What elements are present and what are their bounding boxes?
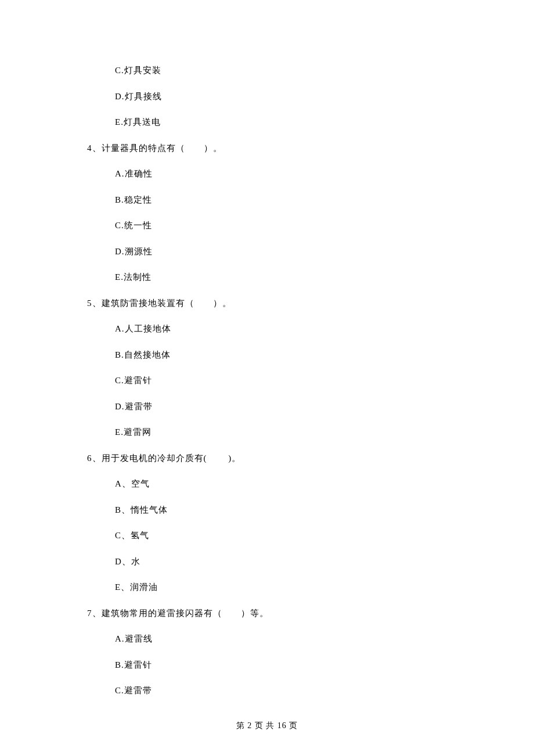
q5-option-d: D.避雷带 [87,400,447,413]
q5-option-a: A.人工接地体 [87,322,447,336]
q4-option-c: C.统一性 [87,219,447,232]
q6-text: 6、用于发电机的冷却介质有( )。 [87,452,447,465]
q4-option-e: E.法制性 [87,271,447,284]
q6-option-c: C、氢气 [87,529,447,542]
q6-option-d: D、水 [87,555,447,568]
q7-option-c: C.避雷带 [87,684,447,697]
q7-option-a: A.避雷线 [87,632,447,646]
q4-option-d: D.溯源性 [87,245,447,258]
q5-option-c: C.避雷针 [87,374,447,387]
q4-text: 4、计量器具的特点有（ ）。 [87,142,447,155]
q3-option-e: E.灯具送电 [87,116,447,129]
q5-text: 5、建筑防雷接地装置有（ ）。 [87,297,447,310]
page-footer: 第 2 页 共 16 页 [0,719,534,732]
q5-option-e: E.避雷网 [87,426,447,439]
q5-option-b: B.自然接地体 [87,348,447,362]
q6-option-b: B、惰性气体 [87,503,447,517]
q3-option-c: C.灯具安装 [87,64,447,77]
q7-text: 7、建筑物常用的避雷接闪器有（ ）等。 [87,607,447,620]
q3-option-d: D.灯具接线 [87,90,447,103]
q6-option-e: E、润滑油 [87,581,447,594]
q4-option-a: A.准确性 [87,167,447,181]
q4-option-b: B.稳定性 [87,193,447,207]
q6-option-a: A、空气 [87,477,447,491]
q7-option-b: B.避雷针 [87,658,447,672]
page-content: C.灯具安装 D.灯具接线 E.灯具送电 4、计量器具的特点有（ ）。 A.准确… [0,0,534,697]
